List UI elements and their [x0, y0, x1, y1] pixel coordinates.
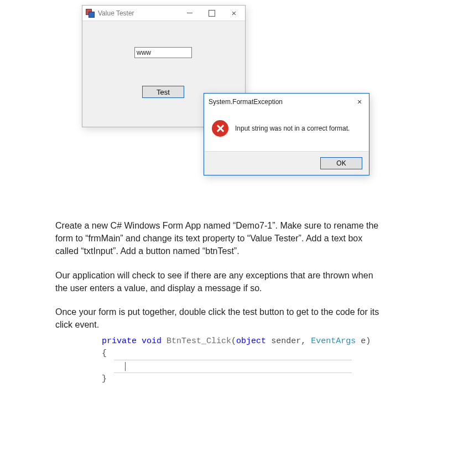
document-body: Create a new C# Windows Form App named “… [55, 219, 387, 342]
test-button[interactable]: Test [142, 86, 184, 98]
minimize-button[interactable] [179, 6, 201, 21]
dialog-message: Input string was not in a correct format… [235, 125, 350, 132]
minimize-icon [187, 13, 192, 13]
close-icon: × [232, 9, 237, 17]
paragraph-2: Our application will check to see if the… [55, 269, 387, 294]
code-line-1: private void BtnTest_Click(object sender… [102, 335, 367, 348]
close-button[interactable]: × [223, 6, 245, 21]
error-icon [212, 120, 228, 137]
code-line-4: } [102, 373, 367, 385]
titlebar: Value Tester × [82, 6, 245, 21]
code-line-2: { [102, 348, 367, 360]
code-block: private void BtnTest_Click(object sender… [102, 335, 367, 385]
code-line-3 [114, 360, 352, 373]
paragraph-3: Once your form is put together, double c… [55, 306, 387, 331]
dialog-close-button[interactable]: × [355, 97, 365, 107]
app-icon [86, 9, 95, 18]
maximize-icon [209, 10, 215, 17]
dialog-body: Input string was not in a correct format… [204, 110, 369, 151]
text-caret [125, 362, 126, 371]
dialog-title: System.FormatException [209, 98, 283, 106]
dialog-button-row: OK [204, 151, 369, 175]
window-title: Value Tester [98, 9, 134, 17]
dialog-titlebar: System.FormatException × [204, 94, 369, 110]
error-dialog: System.FormatException × Input string wa… [204, 93, 369, 175]
maximize-button[interactable] [201, 6, 223, 21]
txtinput-field[interactable] [134, 47, 192, 58]
ok-button[interactable]: OK [320, 157, 362, 169]
paragraph-1: Create a new C# Windows Form App named “… [55, 219, 387, 258]
